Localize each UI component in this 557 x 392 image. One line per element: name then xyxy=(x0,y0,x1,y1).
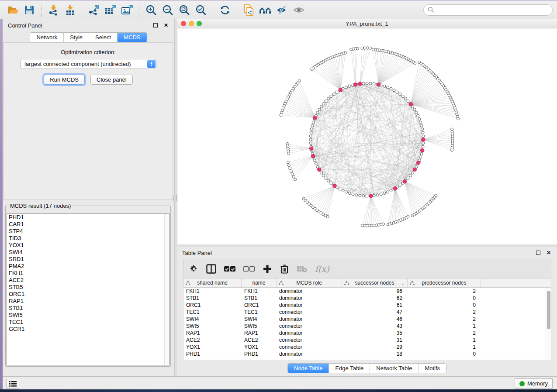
task-history-button[interactable] xyxy=(6,379,19,389)
first-neighbors-icon[interactable] xyxy=(257,3,274,17)
mcds-result-item[interactable]: ORC1 xyxy=(7,291,169,298)
mcds-result-item[interactable]: SWI5 xyxy=(7,312,169,319)
tab-node-table[interactable]: Node Table xyxy=(288,364,329,373)
mcds-result-item[interactable]: PHD1 xyxy=(7,214,169,221)
mcds-result-group: MCDS result (17 nodes) PHD1CAR1STP4TID3Y… xyxy=(5,203,171,367)
mcds-list-scrollbar[interactable] xyxy=(164,214,169,365)
mcds-result-item[interactable]: PMA2 xyxy=(7,263,169,270)
mcds-result-item[interactable]: RAP1 xyxy=(7,298,169,305)
table-row[interactable]: STB1STB1dominator620 xyxy=(183,295,551,302)
search-field[interactable] xyxy=(423,4,553,16)
tab-motifs[interactable]: Motifs xyxy=(419,364,446,373)
float-table-panel-icon[interactable] xyxy=(534,249,542,256)
run-mcds-button[interactable]: Run MCDS xyxy=(44,75,85,85)
zoom-out-icon[interactable] xyxy=(159,3,176,17)
memory-button[interactable]: Memory xyxy=(515,378,553,389)
table-row[interactable]: SWI4SWI4dominator462 xyxy=(183,316,551,323)
add-column-icon[interactable] xyxy=(263,263,272,275)
mcds-result-item[interactable]: STB1 xyxy=(7,305,169,312)
network-canvas[interactable] xyxy=(177,28,557,244)
function-builder-icon[interactable]: f(x) xyxy=(315,263,329,275)
cell-name: STB1 xyxy=(242,295,277,302)
column-header-name[interactable]: name xyxy=(242,279,277,287)
deselect-all-columns-icon[interactable] xyxy=(243,263,255,275)
tab-network[interactable]: Network xyxy=(30,33,64,42)
import-network-icon[interactable] xyxy=(45,3,62,17)
network-window-titlebar[interactable]: YPA_prune.txt_1 xyxy=(177,19,557,28)
show-all-icon[interactable] xyxy=(291,3,307,17)
mcds-result-item[interactable]: GCR1 xyxy=(7,326,169,333)
column-header-successor-nodes[interactable]: successor nodes⌄ xyxy=(342,279,408,287)
export-image-icon[interactable] xyxy=(119,3,135,17)
mcds-result-item[interactable]: YOX1 xyxy=(7,242,169,249)
show-column-panel-icon[interactable] xyxy=(206,263,216,275)
mcds-result-item[interactable]: TEC1 xyxy=(7,319,169,326)
column-header-MCDS-role[interactable]: MCDS role xyxy=(277,279,342,287)
cell-shared_name: TEC1 xyxy=(183,309,242,316)
table-options-gear-icon[interactable] xyxy=(190,263,198,275)
tab-style[interactable]: Style xyxy=(64,33,89,42)
float-panel-icon[interactable] xyxy=(152,22,159,29)
cell-shared_name: ORC1 xyxy=(183,302,242,309)
export-table-icon[interactable] xyxy=(102,3,119,17)
mcds-result-item[interactable]: FKH1 xyxy=(7,270,169,277)
table-row[interactable]: YOX1YOX1connector291 xyxy=(183,344,551,351)
zoom-selected-icon[interactable] xyxy=(193,3,209,17)
select-stepper-icon: ▲▼ xyxy=(147,60,156,68)
table-row[interactable]: RAP1RAP1dominator352 xyxy=(183,330,551,337)
close-panel-icon[interactable]: ✕ xyxy=(162,22,170,29)
save-session-icon[interactable] xyxy=(21,3,38,17)
delete-table-icon[interactable] xyxy=(297,263,307,275)
new-network-from-selection-icon[interactable] xyxy=(241,3,257,17)
table-row[interactable]: ORC1ORC1dominator610 xyxy=(183,302,551,309)
refresh-layout-icon[interactable] xyxy=(217,3,233,17)
hide-selected-icon[interactable] xyxy=(274,3,291,17)
column-header-predecessor-nodes[interactable]: predecessor nodes xyxy=(408,279,481,287)
table-scrollbar[interactable] xyxy=(546,288,551,360)
cell-predecessor_nodes: 2 xyxy=(408,316,481,323)
mcds-result-item[interactable]: STB5 xyxy=(7,284,169,291)
zoom-in-icon[interactable] xyxy=(143,3,159,17)
cell-name: PHD1 xyxy=(242,351,277,358)
table-row[interactable]: TEC1TEC1connector472 xyxy=(183,309,551,316)
cell-mcds_role: dominator xyxy=(277,330,342,337)
open-file-icon[interactable] xyxy=(4,3,21,17)
mcds-result-item[interactable]: SWI4 xyxy=(7,249,169,256)
table-row[interactable]: PHD1PHD1dominator180 xyxy=(183,351,551,358)
mcds-result-item[interactable]: CAR1 xyxy=(7,221,169,228)
cell-successor_nodes: 96 xyxy=(342,288,408,295)
optimization-criterion-value: largest connected component (undirected) xyxy=(24,61,131,67)
table-scrollbar-thumb[interactable] xyxy=(547,291,550,329)
main-toolbar xyxy=(0,1,557,19)
tab-network-table[interactable]: Network Table xyxy=(370,364,419,373)
close-table-panel-icon[interactable]: ✕ xyxy=(545,249,553,256)
cell-mcds_role: dominator xyxy=(277,302,342,309)
mcds-result-item[interactable]: SRD1 xyxy=(7,256,169,263)
mcds-result-item[interactable]: STP4 xyxy=(7,228,169,235)
optimization-criterion-select[interactable]: largest connected component (undirected)… xyxy=(20,59,156,69)
mcds-result-item[interactable]: TID3 xyxy=(7,235,169,242)
export-network-icon[interactable] xyxy=(86,3,102,17)
zoom-fit-icon[interactable] xyxy=(176,3,193,17)
mcds-result-list[interactable]: PHD1CAR1STP4TID3YOX1SWI4SRD1PMA2FKH1ACE2… xyxy=(7,213,170,365)
table-row[interactable]: FKH1FKH1dominator962 xyxy=(183,288,551,295)
table-row[interactable]: SWI5SWI5connector431 xyxy=(183,323,551,330)
search-input[interactable] xyxy=(434,7,548,13)
cell-name: TEC1 xyxy=(242,309,277,316)
column-header-shared-name[interactable]: shared name xyxy=(183,279,242,287)
status-bar: Memory xyxy=(3,376,557,389)
tab-edge-table[interactable]: Edge Table xyxy=(329,364,370,373)
cell-name: FKH1 xyxy=(242,288,277,295)
select-all-columns-icon[interactable] xyxy=(224,263,235,275)
import-table-icon[interactable] xyxy=(62,3,78,17)
cell-name: ACE2 xyxy=(242,337,277,344)
delete-column-icon[interactable] xyxy=(280,263,289,275)
table-row[interactable]: ACE2ACE2connector311 xyxy=(183,337,551,344)
control-panel-header: Control Panel ✕ xyxy=(3,19,174,31)
tab-select[interactable]: Select xyxy=(89,33,118,42)
panel-splitter-handle[interactable] xyxy=(173,195,177,201)
tab-mcds[interactable]: MCDS xyxy=(118,33,146,42)
memory-status-icon xyxy=(519,381,525,386)
close-panel-button[interactable]: Close panel xyxy=(90,75,133,85)
mcds-result-item[interactable]: ACE2 xyxy=(7,277,169,284)
